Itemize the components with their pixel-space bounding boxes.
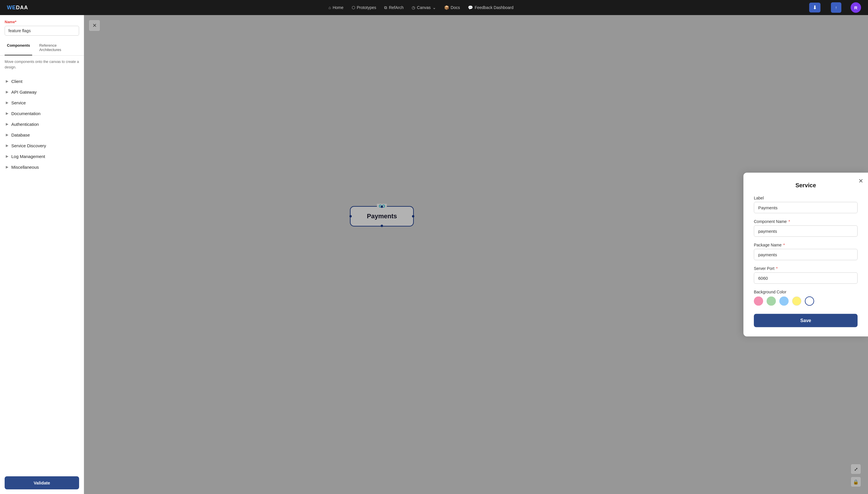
color-swatch-green[interactable] <box>767 297 776 306</box>
arrow-icon: ▶ <box>6 111 8 115</box>
nav-links: ⌂ Home ⬡ Prototypes ⧉ RefArch ◷ Canvas ⌄… <box>42 5 800 10</box>
nav-prototypes[interactable]: ⬡ Prototypes <box>352 5 376 10</box>
save-button[interactable]: Save <box>754 314 857 327</box>
sidebar-item-api-gateway[interactable]: ▶ API Gateway <box>0 87 84 97</box>
main-layout: Name* Components ReferenceArchitectures … <box>0 15 868 494</box>
color-swatch-white[interactable] <box>805 297 814 306</box>
download-button[interactable]: ⬇ <box>809 3 821 13</box>
package-name-label: Package Name * <box>754 243 857 247</box>
arrow-icon: ▶ <box>6 79 8 83</box>
sidebar-item-client[interactable]: ▶ Client <box>0 76 84 87</box>
arrow-icon: ▶ <box>6 133 8 137</box>
color-swatch-pink[interactable] <box>754 297 763 306</box>
modal-title: Service <box>754 182 857 189</box>
color-swatch-yellow[interactable] <box>792 297 801 306</box>
arrow-icon: ▶ <box>6 144 8 148</box>
sidebar-item-miscellaneous[interactable]: ▶ Miscellaneous <box>0 162 84 172</box>
label-field-group: Label <box>754 196 857 213</box>
sidebar-item-database[interactable]: ▶ Database <box>0 130 84 140</box>
sidebar-nav: ▶ Client ▶ API Gateway ▶ Service ▶ Docum… <box>0 74 84 472</box>
bg-color-label: Background Color <box>754 290 857 294</box>
nav-feedback[interactable]: 💬 Feedback Dashboard <box>468 5 513 10</box>
service-modal: ✕ Service Label Component Name * Package… <box>744 173 868 337</box>
nav-home[interactable]: ⌂ Home <box>329 5 343 10</box>
modal-close-button[interactable]: ✕ <box>859 177 863 184</box>
sidebar-item-authentication[interactable]: ▶ Authentication <box>0 119 84 130</box>
name-label: Name* <box>5 20 79 24</box>
arrow-icon: ▶ <box>6 154 8 158</box>
tab-components[interactable]: Components <box>5 40 32 55</box>
nav-canvas[interactable]: ◷ Canvas ⌄ <box>412 5 436 10</box>
component-name-input[interactable] <box>754 226 857 237</box>
canvas-area: ✕ GO Payments ⤢ 🔒 ✕ Service La <box>84 15 868 494</box>
component-name-group: Component Name * <box>754 219 857 237</box>
arrow-icon: ▶ <box>6 90 8 94</box>
tab-reference-architectures[interactable]: ReferenceArchitectures <box>37 40 63 55</box>
sidebar-item-documentation[interactable]: ▶ Documentation <box>0 108 84 119</box>
arrow-icon: ▶ <box>6 100 8 104</box>
sidebar-hint: Move components onto the canvas to creat… <box>0 56 84 74</box>
arrow-icon: ▶ <box>6 122 8 126</box>
nav-refarch[interactable]: ⧉ RefArch <box>384 5 403 10</box>
package-name-group: Package Name * <box>754 243 857 260</box>
sidebar-item-service-discovery[interactable]: ▶ Service Discovery <box>0 140 84 151</box>
avatar[interactable]: R <box>851 2 861 13</box>
arrow-icon: ▶ <box>6 165 8 169</box>
sidebar-item-log-management[interactable]: ▶ Log Management <box>0 151 84 162</box>
color-swatches <box>754 297 857 306</box>
server-port-input[interactable] <box>754 272 857 284</box>
package-name-input[interactable] <box>754 249 857 260</box>
label-field-label: Label <box>754 196 857 200</box>
server-port-label: Server Port * <box>754 266 857 271</box>
upload-button[interactable]: ↑ <box>831 2 841 13</box>
sidebar: Name* Components ReferenceArchitectures … <box>0 15 84 494</box>
component-name-label: Component Name * <box>754 219 857 224</box>
logo[interactable]: WEDAA <box>7 5 28 11</box>
sidebar-search-area: Name* <box>0 15 84 38</box>
nav-docs[interactable]: 📦 Docs <box>444 5 460 10</box>
server-port-group: Server Port * <box>754 266 857 284</box>
color-swatch-blue[interactable] <box>780 297 789 306</box>
search-input[interactable] <box>5 26 79 36</box>
topnav: WEDAA ⌂ Home ⬡ Prototypes ⧉ RefArch ◷ Ca… <box>0 0 868 15</box>
sidebar-item-service[interactable]: ▶ Service <box>0 97 84 108</box>
label-field-input[interactable] <box>754 202 857 213</box>
sidebar-tabs: Components ReferenceArchitectures <box>0 40 84 56</box>
bg-color-group: Background Color <box>754 290 857 306</box>
validate-button[interactable]: Validate <box>5 476 79 489</box>
